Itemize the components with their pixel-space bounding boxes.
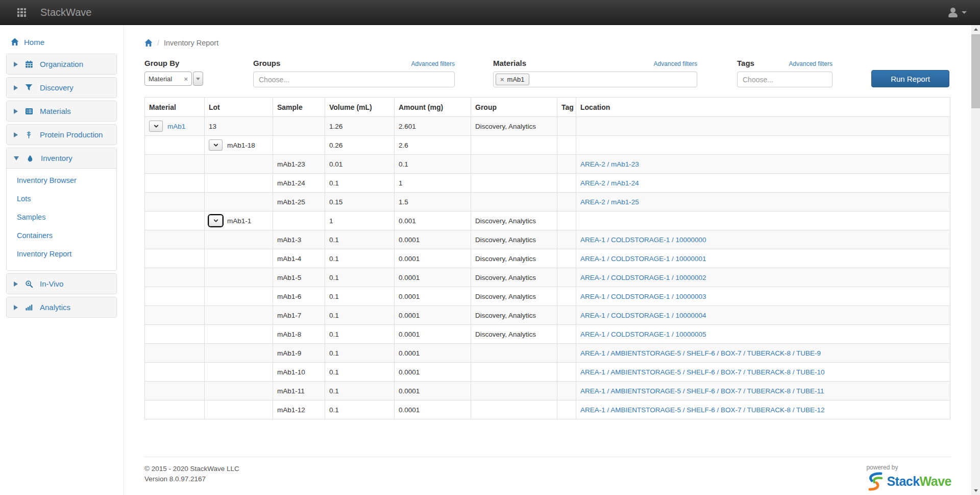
footer: © 2015 - 2020 StackWave LLC Version 8.0.… [144, 464, 951, 491]
cell-group: Discovery, Analytics [471, 306, 557, 325]
cell-amount: 0.001 [395, 211, 471, 230]
sidebar-section-label: Organization [40, 60, 83, 68]
stackwave-logo: StackWave [866, 472, 951, 491]
cell-lot [205, 400, 273, 419]
group-by-select[interactable]: Material × [144, 72, 203, 86]
cell-volume: 0.1 [325, 174, 395, 193]
location-link[interactable]: AREA-2 / mAb1-25 [580, 198, 639, 206]
scrollbar-thumb[interactable] [971, 34, 980, 108]
main-content: / Inventory Report Group By Material × G… [124, 25, 971, 495]
sidebar-section-organization[interactable]: Organization [7, 54, 116, 74]
app-grid-icon[interactable] [17, 8, 26, 17]
scroll-up-arrow[interactable] [971, 25, 980, 34]
home-icon[interactable] [144, 39, 153, 47]
cell-volume: 0.15 [325, 193, 395, 211]
location-link[interactable]: AREA-2 / mAb1-23 [580, 160, 639, 168]
location-link[interactable]: AREA-1 / COLDSTORAGE-1 / 10000005 [580, 331, 706, 338]
cell-amount: 0.0001 [395, 382, 471, 400]
sidebar-section-discovery[interactable]: Discovery [7, 78, 116, 98]
cell-sample: mAb1-11 [273, 382, 325, 400]
location-link[interactable]: AREA-1 / AMBIENTSTORAGE-5 / SHELF-6 / BO… [580, 406, 825, 414]
sidebar-item-inventory-browser[interactable]: Inventory Browser [7, 171, 116, 190]
run-report-button[interactable]: Run Report [871, 70, 949, 87]
cell-volume: 0.1 [325, 382, 395, 400]
cell-tag [557, 363, 576, 382]
sidebar-item-home[interactable]: Home [6, 37, 117, 47]
cell-lot: mAb1-18 [205, 136, 273, 155]
cell-amount: 0.0001 [395, 400, 471, 419]
cell-lot [205, 230, 273, 249]
expand-button[interactable] [209, 139, 223, 151]
location-link[interactable]: AREA-1 / COLDSTORAGE-1 / 10000003 [580, 293, 706, 300]
vertical-scrollbar[interactable] [971, 25, 980, 495]
table-row: mAb1-60.10.0001Discovery, AnalyticsAREA-… [145, 287, 950, 306]
brand-title: StackWave [40, 7, 91, 18]
cell-location: AREA-1 / COLDSTORAGE-1 / 10000000 [576, 230, 950, 249]
cell-location [576, 117, 950, 136]
location-link[interactable]: AREA-1 / COLDSTORAGE-1 / 10000002 [580, 274, 706, 281]
tags-input[interactable] [737, 72, 832, 87]
cell-group: Discovery, Analytics [471, 325, 557, 344]
groups-advanced-filters-link[interactable]: Advanced filters [411, 60, 455, 67]
sidebar-home-label: Home [24, 38, 44, 46]
user-menu[interactable] [948, 8, 967, 17]
cell-material [145, 211, 205, 230]
cell-volume: 0.1 [325, 325, 395, 344]
remove-tag-icon[interactable]: × [500, 76, 504, 83]
cell-location: AREA-2 / mAb1-25 [576, 193, 950, 211]
sidebar-item-containers[interactable]: Containers [7, 226, 116, 245]
sidebar-item-inventory-report[interactable]: Inventory Report [7, 245, 116, 263]
footer-divider [144, 457, 951, 457]
logo-wave-text: Wave [920, 474, 951, 488]
clear-icon[interactable]: × [184, 75, 188, 83]
cell-tag [557, 174, 576, 193]
cell-lot: 13 [205, 117, 273, 136]
cell-lot [205, 344, 273, 363]
cell-location: AREA-1 / AMBIENTSTORAGE-5 / SHELF-6 / BO… [576, 382, 950, 400]
cell-group [471, 363, 557, 382]
sidebar-section-inventory[interactable]: Inventory [7, 148, 116, 168]
groups-filter: Groups Advanced filters [253, 59, 455, 67]
sidebar-item-samples[interactable]: Samples [7, 208, 116, 226]
sidebar-item-lots[interactable]: Lots [7, 190, 116, 208]
expand-button[interactable] [149, 121, 163, 132]
lot-name: mAb1-1 [227, 217, 251, 225]
cell-material [145, 174, 205, 193]
table-row: mAb1-90.10.0001AREA-1 / AMBIENTSTORAGE-5… [145, 344, 950, 363]
cell-volume: 0.01 [325, 155, 395, 174]
cell-location: AREA-2 / mAb1-24 [576, 174, 950, 193]
cell-volume: 0.26 [325, 136, 395, 155]
location-link[interactable]: AREA-1 / COLDSTORAGE-1 / 10000001 [580, 255, 706, 263]
cell-material [145, 400, 205, 419]
table-row: mAb1-80.10.0001Discovery, AnalyticsAREA-… [145, 325, 950, 344]
scroll-down-arrow[interactable] [971, 486, 980, 495]
location-link[interactable]: AREA-1 / COLDSTORAGE-1 / 10000004 [580, 312, 706, 319]
sidebar-section-protein-production[interactable]: Protein Production [7, 125, 116, 145]
sidebar-section-label: Discovery [40, 83, 74, 92]
cell-tag [557, 306, 576, 325]
expand-button[interactable] [209, 215, 223, 226]
materials-input[interactable]: × mAb1 [493, 72, 697, 87]
location-link[interactable]: AREA-1 / AMBIENTSTORAGE-5 / SHELF-6 / BO… [580, 349, 821, 357]
tags-advanced-filters-link[interactable]: Advanced filters [789, 60, 832, 67]
cell-amount: 0.0001 [395, 344, 471, 363]
material-link[interactable]: mAb1 [167, 123, 185, 130]
location-link[interactable]: AREA-1 / AMBIENTSTORAGE-5 / SHELF-6 / BO… [580, 387, 824, 395]
dropdown-toggle[interactable] [193, 72, 203, 86]
location-link[interactable]: AREA-2 / mAb1-24 [580, 179, 639, 187]
cell-sample: mAb1-5 [273, 268, 325, 287]
materials-advanced-filters-link[interactable]: Advanced filters [654, 60, 697, 67]
cell-location: AREA-1 / AMBIENTSTORAGE-5 / SHELF-6 / BO… [576, 363, 950, 382]
location-link[interactable]: AREA-1 / AMBIENTSTORAGE-5 / SHELF-6 / BO… [580, 368, 825, 376]
sidebar-section-materials[interactable]: Materials [7, 101, 116, 121]
cell-amount: 0.0001 [395, 363, 471, 382]
sidebar-section-analytics[interactable]: Analytics [7, 297, 116, 317]
sidebar-section-in-vivo[interactable]: In-Vivo [7, 274, 116, 294]
cell-sample: mAb1-3 [273, 230, 325, 249]
sidebar-section-label: Protein Production [40, 130, 103, 139]
cell-tag [557, 230, 576, 249]
groups-input[interactable] [253, 72, 455, 87]
cell-volume: 0.1 [325, 344, 395, 363]
sidebar-panel-materials: Materials [6, 101, 117, 122]
location-link[interactable]: AREA-1 / COLDSTORAGE-1 / 10000000 [580, 236, 706, 244]
